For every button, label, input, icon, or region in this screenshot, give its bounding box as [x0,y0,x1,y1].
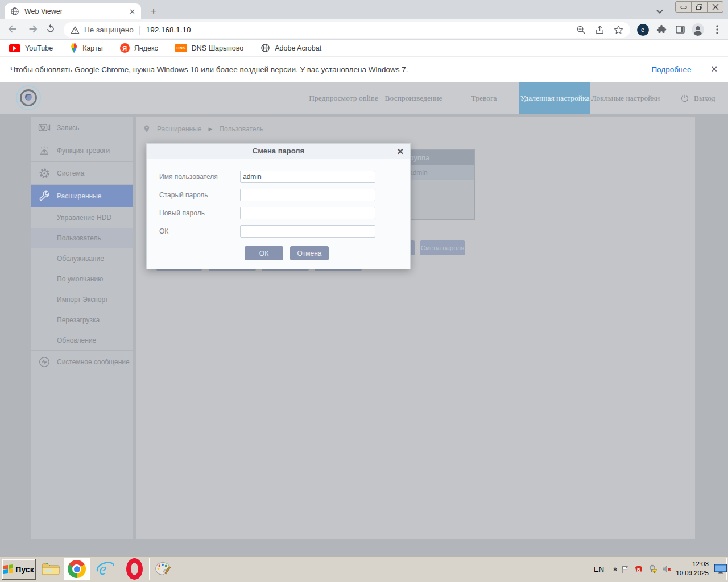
start-label: Пуск [15,565,34,574]
username-label: Имя пользователя [159,171,218,183]
settings-sidebar: Запись Функция тревоги Система Расширенн… [31,117,133,539]
globe-icon [260,43,270,53]
tab-search-chevron-icon[interactable] [654,6,667,17]
tray-time: 12:03 [676,560,709,569]
bookmark-yandex[interactable]: Я Яндекс [120,43,158,53]
youtube-icon [9,44,20,52]
location-pin-icon [143,124,150,133]
url-text[interactable]: 192.168.1.10 [146,26,191,34]
bookmark-acrobat[interactable]: Adobe Acrobat [260,43,321,53]
address-bar[interactable]: Не защищено 192.168.1.10 [64,22,630,38]
pulse-circle-icon [38,356,51,368]
yandex-icon: Я [120,43,130,53]
new-password-field[interactable] [240,207,375,219]
nav-playback[interactable]: Воспроизведение [385,82,442,114]
nav-alarm[interactable]: Тревога [471,82,497,114]
dns-icon: DNS [175,44,187,52]
sidebar-item-system-message[interactable]: Системное сообщение [31,351,133,373]
action-center-flag-icon[interactable] [621,564,630,574]
notification-details-link[interactable]: Подробнее [651,65,691,74]
notification-close-icon[interactable]: ✕ [710,64,718,74]
breadcrumb-section[interactable]: Расширенные [157,125,202,133]
sidebar-item-import-export[interactable]: Импорт Экспорт [31,289,133,310]
opera-taskbar-icon[interactable] [123,558,146,580]
siren-icon [38,146,51,156]
sidebar-item-advanced[interactable]: Расширенные [31,185,133,207]
nav-remote-settings[interactable]: Удаленная настройка [519,82,590,114]
opera-icon [126,558,143,580]
sidebar-item-maintenance[interactable]: Обслуживание [31,248,133,269]
modal-close-icon[interactable]: ✕ [396,147,404,157]
ie-tab-extension-icon[interactable]: e [636,23,649,36]
browser-tab-strip: Web Viewer ✕ + [0,0,728,19]
tab-title: Web Viewer [24,7,129,15]
side-panel-icon[interactable] [674,23,686,36]
zoom-out-indicator-icon[interactable] [576,25,586,35]
back-icon[interactable] [6,23,20,36]
chrome-icon [68,560,86,578]
sidebar-item-system[interactable]: Система [31,162,133,185]
globe-favicon-icon [10,7,19,16]
safely-remove-hardware-icon[interactable] [648,564,657,574]
paint-icon [154,560,171,577]
sidebar-item-alarm-function[interactable]: Функция тревоги [31,139,133,162]
forward-icon[interactable] [26,23,39,36]
sidebar-item-update[interactable]: Обновление [31,330,133,351]
security-alert-icon[interactable] [634,564,644,574]
camera-icon [38,123,51,132]
chrome-update-notification: Чтобы обновлять Google Chrome, нужна Win… [0,57,728,82]
volume-muted-icon[interactable] [661,564,672,574]
modal-title-bar: Смена пароля [147,144,410,159]
close-button[interactable] [708,2,723,12]
gear-icon [38,167,51,180]
browser-tab[interactable]: Web Viewer ✕ [5,3,141,19]
tab-close-icon[interactable]: ✕ [129,7,135,16]
new-tab-button[interactable]: + [147,5,160,19]
restore-button[interactable] [692,2,708,12]
extensions-puzzle-icon[interactable] [655,23,668,36]
sidebar-item-user[interactable]: Пользователь [31,228,133,248]
confirm-password-field[interactable] [240,225,375,238]
bookmark-maps[interactable]: Карты [70,43,103,53]
nav-logout[interactable]: Выход [680,82,715,114]
internet-explorer-taskbar-icon[interactable]: e [94,558,117,580]
change-password-button-background[interactable]: Смена пароля [420,240,465,255]
chrome-taskbar-button[interactable] [64,558,90,580]
minimize-button[interactable] [676,2,692,12]
not-secure-warning-icon [71,26,80,35]
bookmark-youtube[interactable]: YouTube [9,44,53,52]
modal-cancel-button[interactable]: Отмена [290,246,329,260]
tray-clock[interactable]: 12:03 10.09.2025 [676,560,709,577]
bookmarks-bar: YouTube Карты Я Яндекс DNS DNS Шарыпово … [0,40,728,57]
sidebar-item-hdd-management[interactable]: Управление HDD [31,207,133,228]
tray-expand-chevron-icon[interactable]: » [610,567,619,571]
display-tray-icon[interactable] [714,563,727,575]
start-button[interactable]: Пуск [2,559,36,580]
old-password-field[interactable] [240,189,375,201]
breadcrumb: Расширенные ▶ Пользователь [143,124,263,133]
security-label[interactable]: Не защищено [84,26,134,34]
breadcrumb-page[interactable]: Пользователь [219,125,263,133]
sidebar-item-reboot[interactable]: Перезагрузка [31,310,133,330]
sidebar-item-record[interactable]: Запись [31,117,133,139]
language-indicator[interactable]: EN [594,556,604,582]
sidebar-item-defaults[interactable]: По умолчанию [31,269,133,289]
bookmark-dns[interactable]: DNS DNS Шарыпово [175,44,243,52]
browser-menu-kebab-icon[interactable] [711,23,723,36]
nav-local-settings[interactable]: Локльные настройки [592,82,660,114]
profile-avatar[interactable] [690,22,705,37]
paint-taskbar-button[interactable] [149,558,176,580]
modal-ok-button[interactable]: ОК [245,246,283,260]
wrench-icon [38,190,51,202]
new-password-label: Новый пароль [159,207,205,219]
old-password-label: Старый пароль [159,189,208,201]
camera-lens-logo-icon [16,85,41,110]
nav-preview-online[interactable]: Предпросмотр online [309,82,378,114]
breadcrumb-arrow-icon: ▶ [209,126,213,132]
explorer-taskbar-icon[interactable] [40,558,61,580]
username-field[interactable] [240,171,375,183]
windows-flag-icon [3,564,13,575]
share-icon[interactable] [595,25,605,35]
bookmark-star-icon[interactable] [614,25,623,35]
reload-icon[interactable] [45,23,59,37]
